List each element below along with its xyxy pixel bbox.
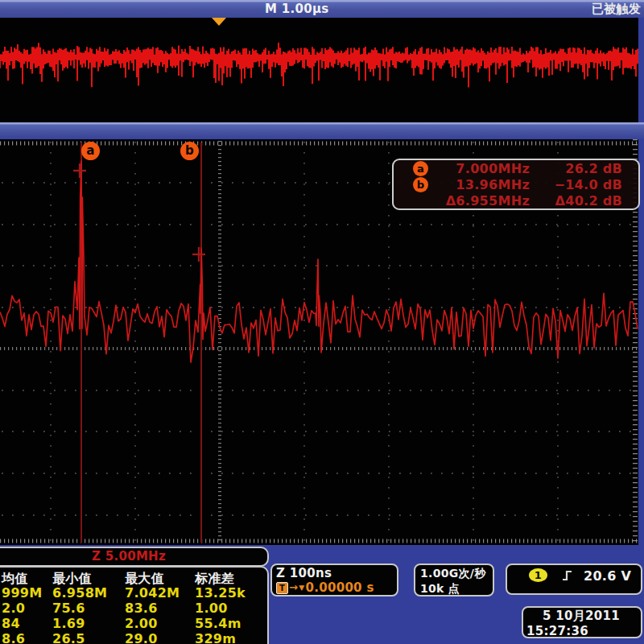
trigger-position-value: 0.00000 s: [305, 580, 374, 595]
trigger-position-marker-icon[interactable]: [212, 18, 226, 26]
measurement-table[interactable]: 均值 最小值 最大值 标准差 999M 6.958M 7.042M 13.25k…: [0, 566, 269, 644]
cursor-b-icon: b: [413, 177, 428, 192]
cursor-lines[interactable]: [81, 142, 201, 543]
arrow-right-icon: →: [289, 580, 298, 595]
datetime-box[interactable]: 5 10月2011 15:27:36: [522, 606, 642, 638]
trigger-status-text: 已被触发: [592, 2, 641, 17]
cursor-a-frequency: 7.000MHz: [428, 161, 530, 176]
date-text: 5 10月2011: [523, 609, 641, 624]
top-status-bar: M 1.00µs 已被触发: [0, 0, 644, 18]
table-cell: 329m: [195, 631, 267, 644]
table-cell: 26.5: [52, 631, 125, 644]
column-header: 最大值: [125, 570, 195, 587]
delta-frequency: Δ6.955MHz: [428, 193, 530, 208]
cursor-peak-markers: [73, 163, 205, 262]
table-cell: 6.958M: [52, 585, 125, 601]
cursor-b-readout-row: b 13.96MHz −14.0 dB: [394, 176, 638, 192]
cursor-b-badge[interactable]: b: [180, 142, 199, 160]
oscilloscope-screen: M 1.00µs 已被触发 a b a 7.000MHz 26.2 dB b 1…: [0, 0, 644, 644]
trigger-level-value: 20.6 V: [584, 568, 631, 584]
cursor-delta-readout-row: Δ6.955MHz Δ40.2 dB: [394, 192, 638, 208]
horizontal-readout-box[interactable]: Z 100ns T → ▼ 0.00000 s: [270, 564, 398, 597]
table-cell: 55.4m: [195, 616, 267, 631]
spacer: [413, 193, 428, 208]
column-header: 最小值: [52, 570, 125, 587]
trigger-readout-box[interactable]: 1 20.6 V: [506, 564, 642, 595]
table-cell: 1.69: [52, 616, 125, 631]
table-cell: 2.0: [2, 601, 52, 616]
zoom-timebase: Z 100ns: [276, 566, 397, 580]
time-noise-trace: [0, 43, 638, 87]
column-header: 标准差: [195, 570, 267, 587]
time-text: 15:27:36: [523, 624, 641, 639]
cursor-a-readout-row: a 7.000MHz 26.2 dB: [394, 160, 638, 176]
cursor-a-badge[interactable]: a: [81, 142, 100, 160]
table-cell: 2.00: [125, 616, 195, 631]
fft-spectrum-window: a b a 7.000MHz 26.2 dB b 13.96MHz −14.0 …: [0, 139, 638, 545]
measurement-grid: 均值 最小值 最大值 标准差 999M 6.958M 7.042M 13.25k…: [2, 570, 267, 644]
record-length: 10k 点: [420, 581, 493, 597]
window-separator-bar: [0, 122, 644, 139]
trigger-position-row: T → ▼ 0.00000 s: [276, 580, 397, 595]
acquisition-readout-box[interactable]: 1.00G次/秒 10k 点: [414, 564, 494, 597]
column-header: 均值: [2, 570, 52, 587]
delta-level: Δ40.2 dB: [530, 193, 638, 208]
main-timebase-readout: M 1.00µs: [265, 2, 329, 16]
rising-edge-icon: [561, 569, 573, 582]
cursor-a-level: 26.2 dB: [530, 161, 638, 176]
channel-1-badge: 1: [529, 568, 547, 582]
time-domain-trace: [0, 18, 638, 122]
table-cell: 999M: [2, 585, 52, 601]
table-cell: 29.0: [125, 631, 195, 644]
time-domain-window: [0, 18, 638, 122]
table-cell: 8.6: [2, 631, 52, 644]
cursor-b-level: −14.0 dB: [530, 177, 638, 192]
cursor-b-frequency: 13.96MHz: [428, 177, 530, 192]
table-cell: 83.6: [125, 601, 195, 616]
table-cell: 84: [2, 616, 52, 631]
table-cell: 1.00: [195, 601, 267, 616]
cursor-a-icon: a: [413, 161, 428, 176]
trigger-t-icon: T: [276, 582, 288, 594]
table-cell: 7.042M: [125, 585, 195, 601]
table-cell: 75.6: [52, 601, 125, 616]
cursor-readout-panel[interactable]: a 7.000MHz 26.2 dB b 13.96MHz −14.0 dB Δ…: [392, 159, 640, 210]
table-cell: 13.25k: [195, 585, 267, 601]
fft-zoom-scale-box[interactable]: Z 5.00MHz: [0, 547, 269, 567]
marker-triangle-icon: ▼: [299, 580, 304, 595]
sample-rate: 1.00G次/秒: [420, 566, 493, 581]
fft-zoom-scale: Z 5.00MHz: [92, 549, 166, 564]
